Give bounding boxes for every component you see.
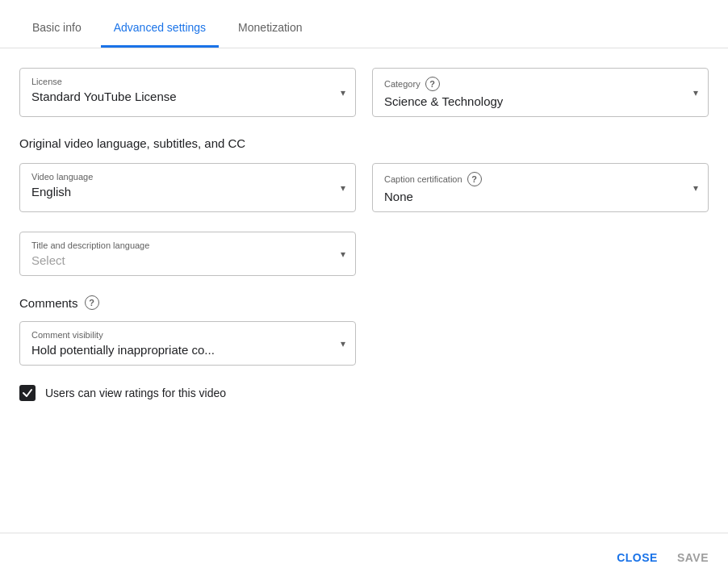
license-value: Standard YouTube License: [31, 90, 326, 103]
license-dropdown-arrow: ▾: [341, 87, 345, 98]
save-button[interactable]: SAVE: [677, 551, 709, 564]
title-description-language-select[interactable]: Title and description language Select ▾: [19, 232, 356, 276]
title-description-language-label: Title and description language: [31, 240, 326, 250]
ratings-checkbox[interactable]: [19, 385, 36, 401]
category-dropdown-arrow: ▾: [693, 87, 698, 98]
tab-basic-info[interactable]: Basic info: [19, 8, 94, 48]
original-video-section-title: Original video language, subtitles, and …: [19, 136, 709, 150]
video-language-label: Video language: [31, 172, 326, 182]
title-language-row: Title and description language Select ▾: [19, 232, 709, 276]
ratings-checkbox-label: Users can view ratings for this video: [45, 387, 226, 399]
category-label: Category ?: [384, 77, 679, 91]
video-language-select[interactable]: Video language English ▾: [19, 163, 356, 212]
comment-visibility-row: Comment visibility Hold potentially inap…: [19, 321, 709, 366]
license-select[interactable]: License Standard YouTube License ▾: [19, 68, 356, 117]
category-value: Science & Technology: [384, 94, 679, 108]
tabs-bar: Basic info Advanced settings Monetizatio…: [0, 0, 728, 48]
comments-section: Comments ? Comment visibility Hold poten…: [19, 295, 709, 366]
video-language-value: English: [31, 185, 326, 199]
category-help-icon[interactable]: ?: [425, 77, 440, 91]
comment-visibility-dropdown-arrow: ▾: [341, 338, 345, 349]
category-select[interactable]: Category ? Science & Technology ▾: [372, 68, 709, 117]
content-area: License Standard YouTube License ▾ Categ…: [0, 48, 728, 533]
language-caption-row: Video language English ▾ Caption certifi…: [19, 163, 709, 212]
video-language-dropdown-arrow: ▾: [341, 182, 345, 194]
comment-visibility-value: Hold potentially inappropriate co...: [31, 343, 326, 357]
license-category-row: License Standard YouTube License ▾ Categ…: [19, 68, 709, 117]
comment-visibility-label: Comment visibility: [31, 330, 326, 340]
tab-advanced-settings[interactable]: Advanced settings: [101, 8, 219, 48]
comments-help-icon[interactable]: ?: [85, 295, 99, 310]
ratings-checkbox-row[interactable]: Users can view ratings for this video: [19, 385, 709, 401]
caption-certification-label: Caption certification ?: [384, 172, 679, 186]
caption-certification-select[interactable]: Caption certification ? None ▾: [372, 163, 709, 212]
comment-visibility-select[interactable]: Comment visibility Hold potentially inap…: [19, 321, 356, 366]
license-label: License: [31, 77, 326, 86]
footer: CLOSE SAVE: [0, 533, 728, 581]
caption-help-icon[interactable]: ?: [467, 172, 482, 186]
tab-monetization[interactable]: Monetization: [225, 8, 315, 48]
title-description-language-value: Select: [31, 253, 326, 267]
caption-dropdown-arrow: ▾: [693, 182, 698, 194]
comments-title: Comments ?: [19, 295, 709, 310]
title-language-dropdown-arrow: ▾: [341, 249, 345, 260]
close-button[interactable]: CLOSE: [617, 551, 658, 564]
caption-certification-value: None: [384, 190, 679, 203]
checkmark-icon: [22, 387, 33, 399]
